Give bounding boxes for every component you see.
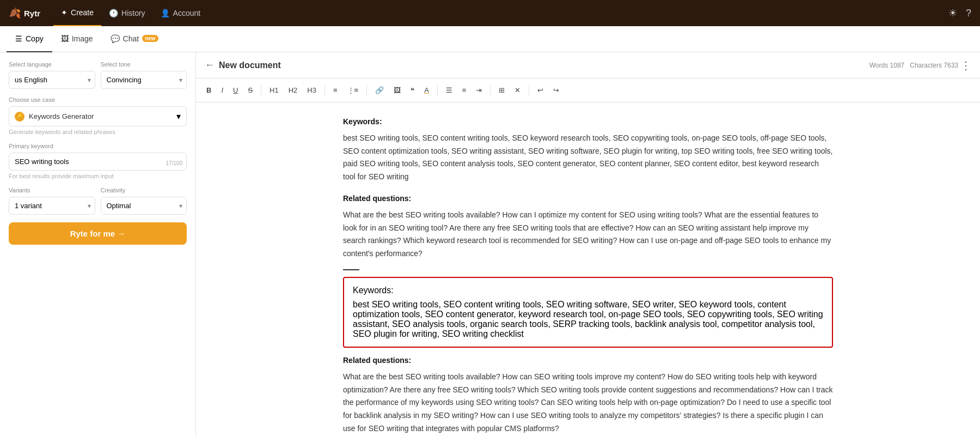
editor-header-right: Words 1087 Characters 7633 ⋮ <box>869 59 971 72</box>
align-center-button[interactable]: ≡ <box>458 84 470 96</box>
back-arrow-icon[interactable]: ← <box>205 59 215 71</box>
primary-keyword-input[interactable] <box>9 153 187 171</box>
toolbar: B I U S H1 H2 H3 ≡ ⋮≡ 🔗 🖼 ❝ A ☰ ≡ ⇥ ⊞ ✕ … <box>196 78 980 102</box>
ryte-for-me-button[interactable]: Ryte for me → <box>9 222 187 245</box>
underline-button[interactable]: U <box>229 84 242 96</box>
main-layout: Select language us English ▾ Select tone… <box>0 52 980 436</box>
section-2-related-title: Related questions: <box>343 194 411 203</box>
toolbar-sep-1 <box>261 85 261 96</box>
nav-account[interactable]: 👤 Account <box>153 0 209 26</box>
redo-button[interactable]: ↪ <box>549 84 563 96</box>
nav-create-label: Create <box>71 8 94 17</box>
tone-select-wrapper: Convincing ▾ <box>101 71 187 89</box>
chars-label: Characters <box>910 62 942 69</box>
primary-keyword-section: Primary keyword 17/100 For best results … <box>9 143 187 179</box>
table-button[interactable]: ⊞ <box>495 84 509 96</box>
toolbar-sep-4 <box>437 85 438 96</box>
tab-image[interactable]: 🖼 Image <box>52 26 102 52</box>
logo-icon: 🍂 <box>9 7 21 19</box>
tab-copy-label: Copy <box>26 34 44 43</box>
tab-copy[interactable]: ☰ Copy <box>7 26 52 52</box>
editor-header: ← New document Words 1087 Characters 763… <box>196 52 980 78</box>
words-count: 1087 <box>890 62 905 69</box>
highlight-button[interactable]: A <box>420 84 433 96</box>
creativity-col: Creativity Optimal ▾ <box>101 187 187 215</box>
creativity-select[interactable]: Optimal <box>101 197 187 215</box>
create-icon: ✦ <box>61 8 68 17</box>
image-icon: 🖼 <box>61 34 69 43</box>
toolbar-sep-6 <box>529 85 529 96</box>
language-select[interactable]: us English <box>9 71 95 89</box>
align-right-button[interactable]: ⇥ <box>472 84 486 96</box>
ordered-list-button[interactable]: ⋮≡ <box>344 84 363 96</box>
bold-button[interactable]: B <box>203 84 215 96</box>
variants-col: Variants 1 variant ▾ <box>9 187 95 215</box>
sub-nav: ☰ Copy 🖼 Image 💬 Chat new <box>0 26 980 52</box>
undo-button[interactable]: ↩ <box>534 84 547 96</box>
language-select-wrapper: us English ▾ <box>9 71 95 89</box>
variants-select[interactable]: 1 variant <box>9 197 95 215</box>
nav-right: ☀ ? <box>948 7 971 19</box>
use-case-section: Choose use case 🔑 Keywords Generator ▾ G… <box>9 96 187 135</box>
creativity-select-wrapper: Optimal ▾ <box>101 197 187 215</box>
nav-account-label: Account <box>173 9 201 17</box>
top-nav: 🍂 Rytr ✦ Create 🕐 History 👤 Account ☀ ? <box>0 0 980 26</box>
doc-title-row: ← New document <box>205 59 281 71</box>
align-left-button[interactable]: ☰ <box>442 84 456 96</box>
italic-button[interactable]: I <box>217 84 227 96</box>
chat-icon: 💬 <box>111 34 120 43</box>
tab-chat[interactable]: 💬 Chat new <box>102 26 167 52</box>
nav-create[interactable]: ✦ Create <box>53 0 101 26</box>
clear-format-button[interactable]: ✕ <box>511 84 524 96</box>
section-2-related-text: What are the best SEO writing tools avai… <box>343 209 833 261</box>
content-divider <box>343 269 359 270</box>
primary-keyword-label: Primary keyword <box>9 143 187 149</box>
nav-history-label: History <box>121 9 145 17</box>
keyword-hint: For best results provide maximum input <box>9 173 187 179</box>
section-2-related: Related questions: What are the best SEO… <box>343 192 833 261</box>
doc-title: New document <box>219 60 281 70</box>
use-case-left: 🔑 Keywords Generator <box>15 112 94 122</box>
history-icon: 🕐 <box>109 9 118 17</box>
variants-label: Variants <box>9 187 95 193</box>
section-4-related: Related questions: What are the best SEO… <box>343 354 833 435</box>
use-case-label: Choose use case <box>9 96 187 103</box>
tone-label: Select tone <box>101 61 187 68</box>
variants-creativity-row: Variants 1 variant ▾ Creativity Optimal … <box>9 187 187 215</box>
editor-area: ← New document Words 1087 Characters 763… <box>196 52 980 436</box>
image-button[interactable]: 🖼 <box>390 84 405 96</box>
language-tone-row: Select language us English ▾ Select tone… <box>9 61 187 89</box>
logo[interactable]: 🍂 Rytr <box>9 7 40 19</box>
strikethrough-button[interactable]: S <box>244 84 256 96</box>
section-3-highlighted-box: Keywords: best SEO writing tools, SEO co… <box>343 277 833 348</box>
theme-icon[interactable]: ☀ <box>948 7 957 19</box>
use-case-value: Keywords Generator <box>29 112 94 120</box>
use-case-selector[interactable]: 🔑 Keywords Generator ▾ <box>9 106 187 126</box>
use-case-icon: 🔑 <box>15 112 24 122</box>
section-4-related-title: Related questions: <box>343 356 411 365</box>
chars-count: 7633 <box>944 62 958 69</box>
more-options-icon[interactable]: ⋮ <box>960 59 971 72</box>
help-icon[interactable]: ? <box>966 8 971 19</box>
logo-name: Rytr <box>24 9 40 18</box>
use-case-hint: Generate keywords and related phrases <box>9 129 187 135</box>
doc-content: Keywords: best SEO writing tools, SEO co… <box>196 102 980 436</box>
words-stat: Words 1087 Characters 7633 <box>869 62 958 69</box>
section-3-keywords-title: Keywords: <box>353 286 394 295</box>
quote-button[interactable]: ❝ <box>407 84 418 96</box>
h3-button[interactable]: H3 <box>303 84 320 96</box>
section-1-keywords-text: best SEO writing tools, SEO content writ… <box>343 132 833 184</box>
h2-button[interactable]: H2 <box>285 84 302 96</box>
tab-image-label: Image <box>72 34 93 43</box>
section-1-keywords: Keywords: best SEO writing tools, SEO co… <box>343 116 833 184</box>
tone-select[interactable]: Convincing <box>101 71 187 89</box>
account-icon: 👤 <box>161 9 170 17</box>
h1-button[interactable]: H1 <box>266 84 283 96</box>
variants-select-wrapper: 1 variant ▾ <box>9 197 95 215</box>
copy-icon: ☰ <box>15 34 22 43</box>
toolbar-sep-5 <box>490 85 491 96</box>
nav-history[interactable]: 🕐 History <box>101 0 153 26</box>
use-case-chevron-icon: ▾ <box>176 111 181 122</box>
link-button[interactable]: 🔗 <box>371 84 388 96</box>
bullet-list-button[interactable]: ≡ <box>329 84 341 96</box>
